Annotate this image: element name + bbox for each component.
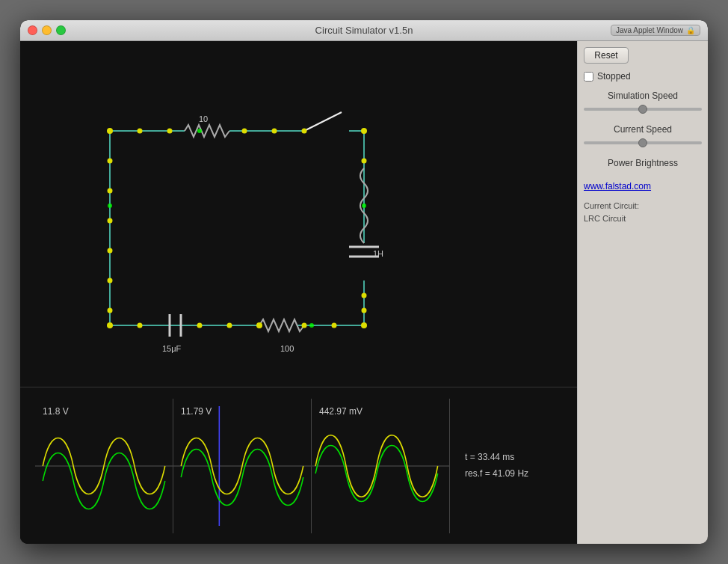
resonant-freq-display: res.f = 41.09 Hz xyxy=(465,466,562,482)
minimize-button[interactable] xyxy=(42,25,52,35)
current-circuit-info: Current Circuit: LRC Circuit xyxy=(584,200,702,224)
scope-label-3: 442.97 mV xyxy=(319,406,363,417)
svg-point-39 xyxy=(197,323,203,328)
waveform-2 xyxy=(173,399,311,533)
svg-point-45 xyxy=(362,203,366,208)
website-link[interactable]: www.falstad.com xyxy=(584,181,651,191)
svg-text:100: 100 xyxy=(280,344,294,353)
scope-info: t = 33.44 ms res.f = 41.09 Hz xyxy=(450,399,562,533)
scope-label-2: 11.79 V xyxy=(181,406,212,417)
window-title: Circuit Simulator v1.5n xyxy=(315,25,413,36)
stopped-label: Stopped xyxy=(597,71,631,82)
svg-point-43 xyxy=(332,323,337,328)
java-applet-label: Java Applet Window xyxy=(616,26,683,34)
svg-point-31 xyxy=(167,129,173,134)
waveform-1 xyxy=(35,399,173,533)
current-speed-label: Current Speed xyxy=(584,124,702,135)
svg-point-42 xyxy=(302,323,307,328)
canvas-area[interactable]: 10 1H 15μF 100 xyxy=(20,41,577,544)
svg-point-22 xyxy=(107,322,113,328)
svg-point-35 xyxy=(362,159,367,164)
simulation-speed-label: Simulation Speed xyxy=(584,91,702,101)
circuit-diagram: 10 1H 15μF 100 xyxy=(50,56,469,370)
svg-point-37 xyxy=(362,308,367,313)
svg-text:10: 10 xyxy=(199,114,208,123)
svg-point-40 xyxy=(227,323,232,328)
svg-point-46 xyxy=(309,323,314,328)
svg-point-38 xyxy=(138,323,143,328)
svg-point-47 xyxy=(108,203,112,208)
titlebar: Circuit Simulator v1.5n Java Applet Wind… xyxy=(20,20,708,41)
svg-point-28 xyxy=(108,278,113,283)
current-speed-slider[interactable] xyxy=(584,141,702,144)
waveform-3 xyxy=(312,399,449,533)
svg-point-41 xyxy=(256,322,262,328)
svg-point-21 xyxy=(361,128,367,134)
current-circuit-label: Current Circuit: xyxy=(584,200,702,212)
svg-point-30 xyxy=(138,129,143,134)
scope-panel-3: 442.97 mV xyxy=(312,399,450,533)
java-applet-badge: Java Applet Window 🔒 xyxy=(611,25,700,36)
svg-point-36 xyxy=(362,293,367,298)
svg-point-24 xyxy=(108,159,113,164)
svg-point-26 xyxy=(108,218,113,224)
svg-point-27 xyxy=(108,248,113,254)
main-window: Circuit Simulator v1.5n Java Applet Wind… xyxy=(20,20,708,544)
sidebar: Reset Stopped Simulation Speed Current S… xyxy=(577,41,708,544)
simulation-speed-slider[interactable] xyxy=(584,108,702,111)
current-circuit-name: LRC Circuit xyxy=(584,212,702,225)
svg-point-29 xyxy=(108,308,113,313)
stopped-checkbox[interactable] xyxy=(584,72,593,82)
reset-button[interactable]: Reset xyxy=(584,47,629,64)
close-button[interactable] xyxy=(28,25,37,35)
traffic-lights xyxy=(28,25,66,35)
time-display: t = 33.44 ms xyxy=(465,450,562,466)
lock-icon: 🔒 xyxy=(686,26,695,34)
scope-panel-1: 11.8 V xyxy=(35,399,173,533)
content-area: 10 1H 15μF 100 xyxy=(20,41,708,544)
svg-text:15μF: 15μF xyxy=(162,344,182,353)
svg-point-34 xyxy=(302,129,307,134)
svg-point-20 xyxy=(107,128,113,134)
scope-panel-2: 11.79 V xyxy=(173,399,312,533)
scope-label-1: 11.8 V xyxy=(43,406,69,417)
svg-point-23 xyxy=(361,322,367,328)
svg-point-25 xyxy=(108,188,113,194)
svg-point-32 xyxy=(242,129,247,134)
scope-area: 11.8 V 11.79 V xyxy=(20,387,577,544)
maximize-button[interactable] xyxy=(56,25,66,35)
power-brightness-label: Power Brightness xyxy=(584,158,702,168)
svg-point-33 xyxy=(272,129,277,134)
stopped-row: Stopped xyxy=(584,71,702,82)
svg-point-44 xyxy=(197,129,202,133)
